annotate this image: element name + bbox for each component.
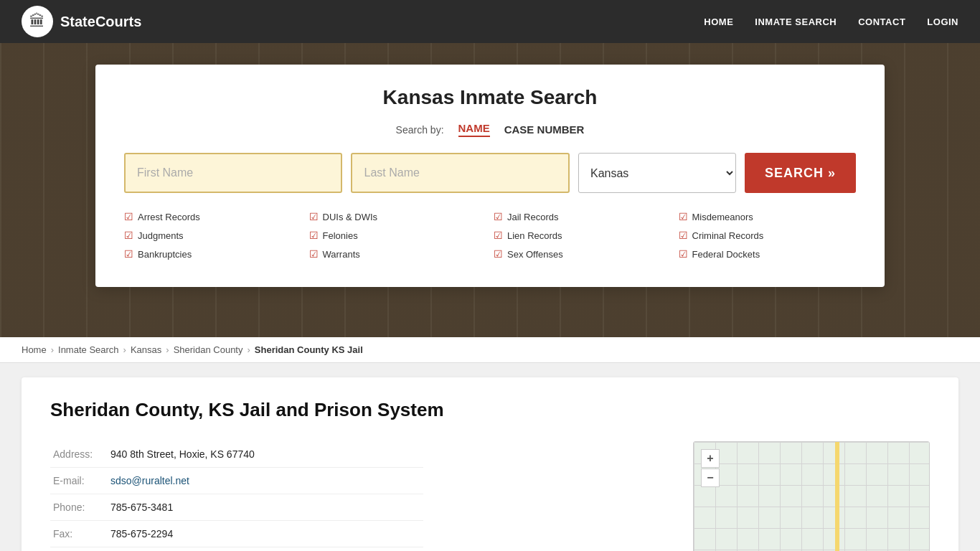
info-row: Address:940 8th Street, Hoxie, KS 67740 <box>50 441 423 468</box>
feature-label: Federal Dockets <box>692 249 760 260</box>
jail-title: Sheridan County, KS Jail and Prison Syst… <box>50 399 930 421</box>
info-label: Website: <box>50 547 108 552</box>
info-label: Phone: <box>50 494 108 521</box>
map-zoom-out[interactable]: − <box>701 468 720 487</box>
sep-4: › <box>247 344 250 355</box>
feature-item: ☑Bankruptcies <box>124 246 302 262</box>
feature-item: ☑Sex Offenses <box>494 246 672 262</box>
info-row: Website:http://www.kansas.gov/sheridan/s… <box>50 547 423 552</box>
feature-item: ☑Arrest Records <box>124 209 302 225</box>
info-row: Fax:785-675-2294 <box>50 521 423 547</box>
nav-home[interactable]: HOME <box>704 17 733 27</box>
check-icon: ☑ <box>494 230 503 241</box>
check-icon: ☑ <box>494 248 503 260</box>
main-content: Sheridan County, KS Jail and Prison Syst… <box>0 363 980 551</box>
feature-item: ☑Judgments <box>124 227 302 243</box>
map-placeholder <box>694 442 929 551</box>
feature-label: Felonies <box>323 230 358 241</box>
info-value[interactable]: http://www.kansas.gov/sheridan/sheriff.h… <box>108 547 423 552</box>
map-zoom-in[interactable]: + <box>701 449 720 468</box>
feature-item: ☑Misdemeanors <box>679 209 857 225</box>
nav-inmate-search[interactable]: INMATE SEARCH <box>755 17 837 27</box>
breadcrumb: Home › Inmate Search › Kansas › Sheridan… <box>0 337 980 363</box>
check-icon: ☑ <box>124 230 133 241</box>
info-row: E-mail:sdso@ruraltel.net <box>50 468 423 494</box>
feature-label: Lien Records <box>507 230 562 241</box>
feature-item: ☑Criminal Records <box>679 227 857 243</box>
logo[interactable]: 🏛 StateCourts <box>22 6 141 37</box>
breadcrumb-kansas[interactable]: Kansas <box>131 344 161 355</box>
feature-item: ☑Federal Dockets <box>679 246 857 262</box>
info-label: Fax: <box>50 521 108 547</box>
logo-icon: 🏛 <box>22 6 53 37</box>
email-link[interactable]: sdso@ruraltel.net <box>110 475 189 486</box>
check-icon: ☑ <box>124 211 133 222</box>
check-icon: ☑ <box>679 211 688 222</box>
tab-case-number[interactable]: CASE NUMBER <box>504 123 585 136</box>
main-nav: HOME INMATE SEARCH CONTACT LOGIN <box>704 17 958 27</box>
feature-label: Jail Records <box>507 212 559 222</box>
state-select[interactable]: Kansas Alabama Alaska Arizona California… <box>578 153 736 193</box>
feature-item: ☑Lien Records <box>494 227 672 243</box>
lower-row: Address:940 8th Street, Hoxie, KS 67740E… <box>50 441 930 551</box>
features-grid: ☑Arrest Records☑DUIs & DWIs☑Jail Records… <box>124 209 856 262</box>
check-icon: ☑ <box>679 230 688 241</box>
info-section: Address:940 8th Street, Hoxie, KS 67740E… <box>50 441 672 551</box>
info-table: Address:940 8th Street, Hoxie, KS 67740E… <box>50 441 423 551</box>
feature-label: Criminal Records <box>692 230 764 241</box>
search-card: Kansas Inmate Search Search by: NAME CAS… <box>95 65 885 287</box>
site-header: 🏛 StateCourts HOME INMATE SEARCH CONTACT… <box>0 0 980 43</box>
feature-item: ☑DUIs & DWIs <box>309 209 487 225</box>
last-name-input[interactable] <box>351 153 569 193</box>
sep-1: › <box>51 344 54 355</box>
breadcrumb-current: Sheridan County KS Jail <box>255 344 363 355</box>
nav-login[interactable]: LOGIN <box>927 17 958 27</box>
breadcrumb-home[interactable]: Home <box>22 344 47 355</box>
feature-label: Sex Offenses <box>507 249 563 260</box>
nav-contact[interactable]: CONTACT <box>858 17 905 27</box>
search-inputs-row: Kansas Alabama Alaska Arizona California… <box>124 153 856 193</box>
check-icon: ☑ <box>309 230 319 241</box>
check-icon: ☑ <box>309 211 319 222</box>
info-value: 785-675-2294 <box>108 521 423 547</box>
check-icon: ☑ <box>679 248 688 260</box>
search-by-label: Search by: <box>396 124 444 136</box>
search-tab-row: Search by: NAME CASE NUMBER <box>124 122 856 137</box>
feature-label: Arrest Records <box>138 212 200 222</box>
feature-label: Judgments <box>138 230 184 241</box>
tab-name[interactable]: NAME <box>458 122 490 137</box>
sep-2: › <box>123 344 126 355</box>
feature-label: Warrants <box>323 249 360 260</box>
map-road-vertical <box>835 442 839 551</box>
breadcrumb-inmate-search[interactable]: Inmate Search <box>58 344 119 355</box>
hero-section: Kansas Inmate Search Search by: NAME CAS… <box>0 43 980 337</box>
map-controls: + − <box>701 449 720 487</box>
content-card: Sheridan County, KS Jail and Prison Syst… <box>22 377 958 551</box>
info-value: 785-675-3481 <box>108 494 423 521</box>
sep-3: › <box>166 344 169 355</box>
site-name: StateCourts <box>60 14 141 30</box>
feature-label: Misdemeanors <box>692 212 753 222</box>
feature-label: Bankruptcies <box>138 249 192 260</box>
first-name-input[interactable] <box>124 153 342 193</box>
breadcrumb-sheridan-county[interactable]: Sheridan County <box>174 344 243 355</box>
info-row: Phone:785-675-3481 <box>50 494 423 521</box>
info-label: E-mail: <box>50 468 108 494</box>
info-value: 940 8th Street, Hoxie, KS 67740 <box>108 441 423 468</box>
map-section: + − <box>693 441 930 551</box>
check-icon: ☑ <box>494 211 503 222</box>
feature-item: ☑Jail Records <box>494 209 672 225</box>
info-label: Address: <box>50 441 108 468</box>
info-value[interactable]: sdso@ruraltel.net <box>108 468 423 494</box>
feature-item: ☑Felonies <box>309 227 487 243</box>
feature-item: ☑Warrants <box>309 246 487 262</box>
check-icon: ☑ <box>309 248 319 260</box>
check-icon: ☑ <box>124 248 133 260</box>
search-title: Kansas Inmate Search <box>124 86 856 109</box>
feature-label: DUIs & DWIs <box>323 212 378 222</box>
search-button[interactable]: SEARCH » <box>745 153 856 193</box>
